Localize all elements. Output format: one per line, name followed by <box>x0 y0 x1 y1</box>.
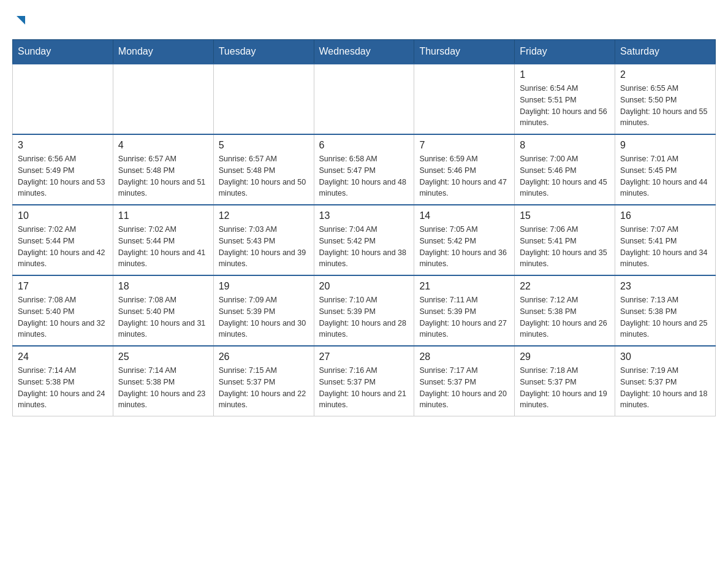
day-number: 19 <box>219 281 309 292</box>
day-info: Sunrise: 7:12 AMSunset: 5:38 PMDaylight:… <box>520 294 610 340</box>
logo-triangle-icon <box>14 13 28 27</box>
day-info: Sunrise: 7:14 AMSunset: 5:38 PMDaylight:… <box>18 365 108 411</box>
calendar-cell <box>414 64 515 134</box>
day-info: Sunrise: 7:19 AMSunset: 5:37 PMDaylight:… <box>620 365 710 411</box>
day-info: Sunrise: 7:04 AMSunset: 5:42 PMDaylight:… <box>319 224 409 270</box>
day-number: 25 <box>118 351 208 362</box>
day-info: Sunrise: 6:57 AMSunset: 5:48 PMDaylight:… <box>219 153 309 199</box>
day-info: Sunrise: 7:05 AMSunset: 5:42 PMDaylight:… <box>419 224 509 270</box>
day-number: 22 <box>520 281 610 292</box>
calendar-cell: 21Sunrise: 7:11 AMSunset: 5:39 PMDayligh… <box>414 275 515 346</box>
day-info: Sunrise: 6:57 AMSunset: 5:48 PMDaylight:… <box>118 153 208 199</box>
day-number: 20 <box>319 281 409 292</box>
week-row-3: 10Sunrise: 7:02 AMSunset: 5:44 PMDayligh… <box>13 205 716 275</box>
week-row-2: 3Sunrise: 6:56 AMSunset: 5:49 PMDaylight… <box>13 134 716 205</box>
day-info: Sunrise: 7:08 AMSunset: 5:40 PMDaylight:… <box>18 294 108 340</box>
calendar-cell: 25Sunrise: 7:14 AMSunset: 5:38 PMDayligh… <box>113 346 213 416</box>
calendar-table: SundayMondayTuesdayWednesdayThursdayFrid… <box>12 39 716 416</box>
weekday-header-wednesday: Wednesday <box>314 40 414 64</box>
weekday-header-tuesday: Tuesday <box>213 40 314 64</box>
day-number: 7 <box>419 140 509 151</box>
day-number: 26 <box>219 351 309 362</box>
weekday-header-thursday: Thursday <box>414 40 515 64</box>
logo <box>12 12 28 29</box>
day-info: Sunrise: 7:13 AMSunset: 5:38 PMDaylight:… <box>620 294 710 340</box>
day-info: Sunrise: 7:02 AMSunset: 5:44 PMDaylight:… <box>118 224 208 270</box>
day-number: 21 <box>419 281 509 292</box>
day-info: Sunrise: 7:00 AMSunset: 5:46 PMDaylight:… <box>520 153 610 199</box>
calendar-cell: 28Sunrise: 7:17 AMSunset: 5:37 PMDayligh… <box>414 346 515 416</box>
calendar-cell: 5Sunrise: 6:57 AMSunset: 5:48 PMDaylight… <box>213 134 314 205</box>
day-number: 4 <box>118 140 208 151</box>
weekday-header-sunday: Sunday <box>13 40 113 64</box>
calendar-cell: 3Sunrise: 6:56 AMSunset: 5:49 PMDaylight… <box>13 134 113 205</box>
day-number: 16 <box>620 210 710 221</box>
calendar-cell: 16Sunrise: 7:07 AMSunset: 5:41 PMDayligh… <box>615 205 716 275</box>
calendar-cell: 4Sunrise: 6:57 AMSunset: 5:48 PMDaylight… <box>113 134 213 205</box>
calendar-cell <box>113 64 213 134</box>
calendar-cell: 9Sunrise: 7:01 AMSunset: 5:45 PMDaylight… <box>615 134 716 205</box>
day-number: 9 <box>620 140 710 151</box>
weekday-header-friday: Friday <box>515 40 615 64</box>
day-number: 29 <box>520 351 610 362</box>
day-info: Sunrise: 7:01 AMSunset: 5:45 PMDaylight:… <box>620 153 710 199</box>
calendar-cell: 27Sunrise: 7:16 AMSunset: 5:37 PMDayligh… <box>314 346 414 416</box>
day-info: Sunrise: 7:16 AMSunset: 5:37 PMDaylight:… <box>319 365 409 411</box>
week-row-4: 17Sunrise: 7:08 AMSunset: 5:40 PMDayligh… <box>13 275 716 346</box>
day-info: Sunrise: 7:18 AMSunset: 5:37 PMDaylight:… <box>520 365 610 411</box>
day-number: 28 <box>419 351 509 362</box>
week-row-1: 1Sunrise: 6:54 AMSunset: 5:51 PMDaylight… <box>13 64 716 134</box>
day-number: 11 <box>118 210 208 221</box>
calendar-cell: 7Sunrise: 6:59 AMSunset: 5:46 PMDaylight… <box>414 134 515 205</box>
calendar-cell: 11Sunrise: 7:02 AMSunset: 5:44 PMDayligh… <box>113 205 213 275</box>
calendar-cell: 12Sunrise: 7:03 AMSunset: 5:43 PMDayligh… <box>213 205 314 275</box>
day-info: Sunrise: 7:09 AMSunset: 5:39 PMDaylight:… <box>219 294 309 340</box>
day-number: 8 <box>520 140 610 151</box>
calendar-cell: 22Sunrise: 7:12 AMSunset: 5:38 PMDayligh… <box>515 275 615 346</box>
day-info: Sunrise: 6:54 AMSunset: 5:51 PMDaylight:… <box>520 83 610 129</box>
calendar-cell: 15Sunrise: 7:06 AMSunset: 5:41 PMDayligh… <box>515 205 615 275</box>
day-number: 18 <box>118 281 208 292</box>
day-number: 6 <box>319 140 409 151</box>
day-info: Sunrise: 7:11 AMSunset: 5:39 PMDaylight:… <box>419 294 509 340</box>
calendar-cell: 8Sunrise: 7:00 AMSunset: 5:46 PMDaylight… <box>515 134 615 205</box>
calendar-cell: 26Sunrise: 7:15 AMSunset: 5:37 PMDayligh… <box>213 346 314 416</box>
day-info: Sunrise: 7:02 AMSunset: 5:44 PMDaylight:… <box>18 224 108 270</box>
day-info: Sunrise: 7:14 AMSunset: 5:38 PMDaylight:… <box>118 365 208 411</box>
day-info: Sunrise: 7:03 AMSunset: 5:43 PMDaylight:… <box>219 224 309 270</box>
calendar-cell: 2Sunrise: 6:55 AMSunset: 5:50 PMDaylight… <box>615 64 716 134</box>
calendar-cell: 17Sunrise: 7:08 AMSunset: 5:40 PMDayligh… <box>13 275 113 346</box>
calendar-cell: 19Sunrise: 7:09 AMSunset: 5:39 PMDayligh… <box>213 275 314 346</box>
day-info: Sunrise: 6:56 AMSunset: 5:49 PMDaylight:… <box>18 153 108 199</box>
day-info: Sunrise: 7:06 AMSunset: 5:41 PMDaylight:… <box>520 224 610 270</box>
calendar-cell: 23Sunrise: 7:13 AMSunset: 5:38 PMDayligh… <box>615 275 716 346</box>
weekday-header-row: SundayMondayTuesdayWednesdayThursdayFrid… <box>13 40 716 64</box>
day-number: 3 <box>18 140 108 151</box>
weekday-header-monday: Monday <box>113 40 213 64</box>
day-number: 1 <box>520 69 610 80</box>
calendar-cell: 20Sunrise: 7:10 AMSunset: 5:39 PMDayligh… <box>314 275 414 346</box>
day-number: 23 <box>620 281 710 292</box>
calendar-cell: 29Sunrise: 7:18 AMSunset: 5:37 PMDayligh… <box>515 346 615 416</box>
day-number: 5 <box>219 140 309 151</box>
calendar-cell: 1Sunrise: 6:54 AMSunset: 5:51 PMDaylight… <box>515 64 615 134</box>
week-row-5: 24Sunrise: 7:14 AMSunset: 5:38 PMDayligh… <box>13 346 716 416</box>
day-number: 15 <box>520 210 610 221</box>
calendar-cell: 6Sunrise: 6:58 AMSunset: 5:47 PMDaylight… <box>314 134 414 205</box>
day-info: Sunrise: 7:10 AMSunset: 5:39 PMDaylight:… <box>319 294 409 340</box>
calendar-cell: 10Sunrise: 7:02 AMSunset: 5:44 PMDayligh… <box>13 205 113 275</box>
day-number: 27 <box>319 351 409 362</box>
day-info: Sunrise: 7:17 AMSunset: 5:37 PMDaylight:… <box>419 365 509 411</box>
day-number: 17 <box>18 281 108 292</box>
calendar-cell <box>13 64 113 134</box>
day-number: 13 <box>319 210 409 221</box>
calendar-cell: 30Sunrise: 7:19 AMSunset: 5:37 PMDayligh… <box>615 346 716 416</box>
day-number: 2 <box>620 69 710 80</box>
day-info: Sunrise: 7:07 AMSunset: 5:41 PMDaylight:… <box>620 224 710 270</box>
calendar-cell: 13Sunrise: 7:04 AMSunset: 5:42 PMDayligh… <box>314 205 414 275</box>
calendar-cell: 24Sunrise: 7:14 AMSunset: 5:38 PMDayligh… <box>13 346 113 416</box>
day-info: Sunrise: 6:55 AMSunset: 5:50 PMDaylight:… <box>620 83 710 129</box>
day-number: 12 <box>219 210 309 221</box>
day-info: Sunrise: 7:15 AMSunset: 5:37 PMDaylight:… <box>219 365 309 411</box>
calendar-cell <box>213 64 314 134</box>
